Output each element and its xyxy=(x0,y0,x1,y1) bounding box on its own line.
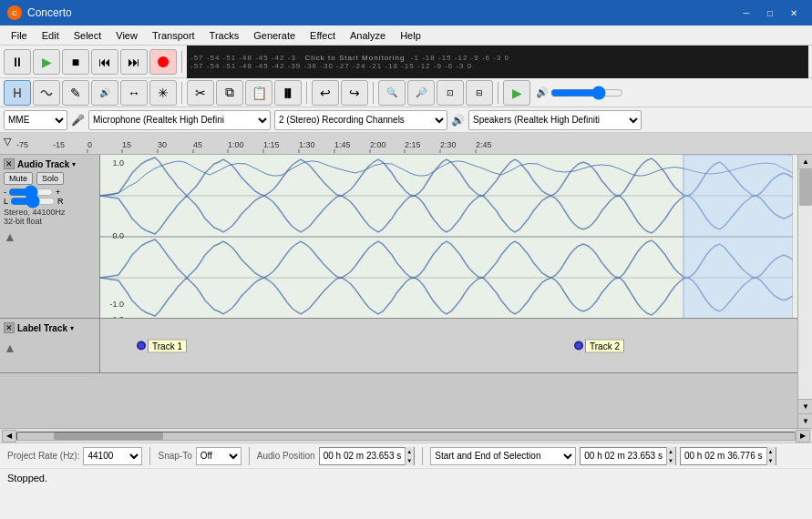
maximize-button[interactable]: □ xyxy=(759,5,781,21)
selection-end-spinner[interactable]: ▲ ▼ xyxy=(766,447,776,465)
multitool[interactable]: ✳ xyxy=(149,80,177,106)
svg-text:30: 30 xyxy=(158,140,167,149)
spin-up3[interactable]: ▲ xyxy=(766,447,776,456)
status-bar: Project Rate (Hz): 44100 Snap-To Off Aud… xyxy=(0,443,812,468)
spin-down3[interactable]: ▼ xyxy=(766,456,776,465)
undo-button[interactable]: ↩ xyxy=(312,80,339,106)
scroll-thumb[interactable] xyxy=(799,169,812,206)
trim-button[interactable]: ▐▌ xyxy=(274,80,302,106)
scroll-up-button[interactable]: ▲ xyxy=(798,155,812,169)
menu-help[interactable]: Help xyxy=(393,28,428,43)
horizontal-scrollbar[interactable]: ◀ ▶ xyxy=(0,428,812,443)
solo-button[interactable]: Solo xyxy=(36,172,64,185)
minimize-button[interactable]: ─ xyxy=(735,5,757,21)
spin-down[interactable]: ▼ xyxy=(405,456,414,465)
audio-track-close[interactable]: ✕ xyxy=(4,158,15,169)
svg-text:-15: -15 xyxy=(53,140,65,149)
scroll-down-button2[interactable]: ▼ xyxy=(798,413,812,428)
sep3 xyxy=(422,447,423,465)
spin-down2[interactable]: ▼ xyxy=(666,456,675,465)
hscroll-track[interactable] xyxy=(16,432,796,441)
project-rate-select[interactable]: 44100 xyxy=(83,447,142,465)
api-select[interactable]: MME xyxy=(4,110,67,130)
zoom-in-button[interactable]: 🔍 xyxy=(378,80,406,106)
play-button[interactable]: ▶ xyxy=(33,49,60,75)
selection-start-spinner[interactable]: ▲ ▼ xyxy=(666,447,675,465)
timeshift-tool[interactable]: ↔ xyxy=(120,80,148,106)
audio-track-menu[interactable]: ▾ xyxy=(72,160,76,168)
skip-end-button[interactable]: ⏭ xyxy=(120,49,148,75)
label-track-close[interactable]: ✕ xyxy=(4,322,15,333)
track-expand-button[interactable]: ▲ xyxy=(4,229,16,244)
waveform-svg xyxy=(100,155,793,318)
audio-position-spinner[interactable]: ▲ ▼ xyxy=(405,447,414,465)
menu-view[interactable]: View xyxy=(108,28,145,43)
zoom-out-button[interactable]: 🔎 xyxy=(407,80,435,106)
draw-tool[interactable]: ✎ xyxy=(62,80,89,106)
channels-select[interactable]: 2 (Stereo) Recording Channels xyxy=(274,110,447,130)
selection-tool[interactable] xyxy=(4,80,31,106)
record-button[interactable] xyxy=(149,49,177,75)
audio-position-field[interactable]: 00 h 02 m 23.653 s ▲ ▼ xyxy=(319,447,416,465)
zoom-tool[interactable]: 🔊 xyxy=(91,80,118,106)
scroll-left-button[interactable]: ◀ xyxy=(2,430,16,443)
vu-meter-area[interactable]: -57 -54 -51 -48 -45 -42 -3 Click to Star… xyxy=(187,46,808,78)
label-marker-2: Track 2 xyxy=(574,339,624,352)
mute-button[interactable]: Mute xyxy=(4,172,33,185)
snap-to-select[interactable]: Off xyxy=(196,447,242,465)
speaker-select[interactable]: Speakers (Realtek High Definiti xyxy=(468,110,642,130)
close-button[interactable]: ✕ xyxy=(783,5,805,21)
cut-button[interactable]: ✂ xyxy=(187,80,214,106)
selection-type-select[interactable]: Start and End of Selection xyxy=(430,447,576,465)
separator3 xyxy=(306,82,307,104)
menu-file[interactable]: File xyxy=(4,28,35,43)
selection-group: Start and End of Selection 00 h 02 m 23.… xyxy=(430,447,776,465)
zoom-sel-button[interactable]: ⊟ xyxy=(466,80,493,106)
vertical-scrollbar[interactable]: ▲ ▼ ▼ xyxy=(797,155,812,428)
menu-select[interactable]: Select xyxy=(67,28,109,43)
pan-slider[interactable] xyxy=(10,197,56,206)
label-text-1[interactable]: Track 1 xyxy=(148,339,187,352)
selection-end-field[interactable]: 00 h 02 m 36.776 s ▲ ▼ xyxy=(680,447,776,465)
copy-button[interactable]: ⧉ xyxy=(216,80,243,106)
label-track-expand[interactable]: ▲ xyxy=(4,341,16,355)
audio-track-header: ✕ Audio Track ▾ Mute Solo - + L R xyxy=(0,155,100,318)
menu-analyze[interactable]: Analyze xyxy=(343,28,393,43)
timeline-scale: -75 -15 0 15 30 45 1:00 1:15 1:30 1:45 2… xyxy=(15,133,812,152)
timeline-ruler[interactable]: ▽ -75 -15 0 15 30 45 1:00 1:15 1:30 1:45… xyxy=(0,133,812,155)
titlebar: C Concerto ─ □ ✕ xyxy=(0,0,812,25)
redo-button[interactable]: ↪ xyxy=(341,80,368,106)
scroll-down-button[interactable]: ▼ xyxy=(798,399,812,413)
audio-track-waveform[interactable]: 1.0 0.0 -1.0 1.0 0.0 -1.0 xyxy=(100,155,797,318)
audio-track-name: Audio Track xyxy=(17,159,69,169)
scroll-track[interactable] xyxy=(798,169,812,399)
scroll-right-button[interactable]: ▶ xyxy=(796,430,810,443)
play-green-button[interactable]: ▶ xyxy=(503,80,530,106)
stop-button[interactable]: ■ xyxy=(62,49,89,75)
gain-plus: + xyxy=(56,188,60,197)
menu-tracks[interactable]: Tracks xyxy=(202,28,247,43)
output-volume-slider[interactable] xyxy=(550,87,623,98)
y-label-top1: 1.0 xyxy=(112,158,124,168)
menu-transport[interactable]: Transport xyxy=(145,28,202,43)
menu-generate[interactable]: Generate xyxy=(246,28,303,43)
label-text-2[interactable]: Track 2 xyxy=(585,339,624,352)
audio-track-info: Stereo, 44100Hz32-bit float xyxy=(4,208,96,226)
hscroll-thumb[interactable] xyxy=(54,432,163,440)
spin-up2[interactable]: ▲ xyxy=(666,447,675,456)
menu-effect[interactable]: Effect xyxy=(303,28,343,43)
zoom-fit-button[interactable]: ⊡ xyxy=(437,80,464,106)
mic-select[interactable]: Microphone (Realtek High Defini xyxy=(88,110,271,130)
skip-start-button[interactable]: ⏮ xyxy=(91,49,118,75)
selection-start-field[interactable]: 00 h 02 m 23.653 s ▲ ▼ xyxy=(580,447,676,465)
label-track-name: Label Track xyxy=(17,323,67,333)
label-track-menu[interactable]: ▾ xyxy=(70,324,74,332)
pause-button[interactable]: ⏸ xyxy=(4,49,31,75)
svg-text:-75: -75 xyxy=(16,140,28,149)
timeline-left-arrow[interactable]: ▽ xyxy=(0,133,15,152)
label-track-waveform[interactable]: Track 1 Track 2 xyxy=(100,319,797,372)
spin-up[interactable]: ▲ xyxy=(405,447,414,456)
menu-edit[interactable]: Edit xyxy=(35,28,67,43)
envelope-tool[interactable] xyxy=(33,80,60,106)
paste-button[interactable]: 📋 xyxy=(245,80,272,106)
